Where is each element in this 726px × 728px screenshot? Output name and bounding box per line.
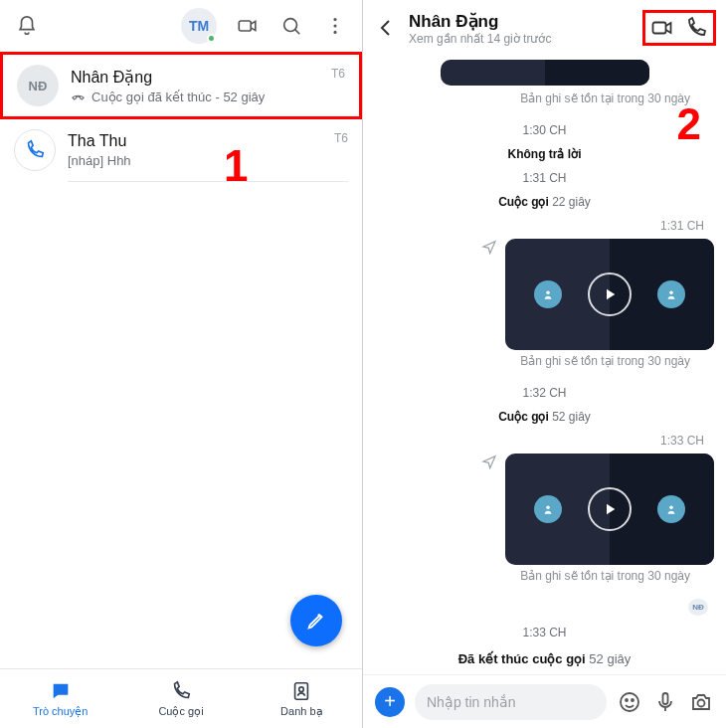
call-ended-label: Đã kết thúc cuộc gọi 52 giây [458,651,632,666]
presence-dot [207,34,216,43]
participant-icon [534,495,562,523]
nav-label: Danh bạ [280,705,322,718]
search-icon[interactable] [278,13,304,39]
svg-point-16 [698,699,705,706]
chat-time: T6 [331,67,345,81]
message-input-bar: + Nhập tin nhắn [363,674,726,728]
seen-avatar: NĐ [688,599,708,616]
svg-rect-0 [239,21,251,31]
compose-fab[interactable] [290,595,342,646]
chat-title: Nhân Đặng [71,68,319,87]
last-seen: Xem gần nhất 14 giờ trước [409,32,633,46]
nav-contacts[interactable]: Danh bạ [242,669,362,728]
sent-icon [481,454,497,472]
back-button[interactable] [373,15,399,41]
chats-panel: TM NĐ Nhân Đặng Cuộc gọi đã kết thúc - 5… [0,0,363,728]
svg-point-11 [669,505,673,509]
header-actions [642,10,716,46]
audio-call-button[interactable] [683,15,709,41]
time-label: 1:32 CH [522,386,566,400]
call-label: Cuộc gọi 22 giây [498,195,591,209]
mic-button[interactable] [652,689,678,715]
chat-icon [50,680,72,702]
video-recording-card[interactable] [505,239,714,350]
chat-subtitle: [nháp] Hhh [68,153,322,168]
chat-title: Tha Thu [68,132,322,150]
meet-now-icon[interactable] [235,13,261,39]
chat-subtitle: Cuộc gọi đã kết thúc - 52 giây [71,90,319,104]
phone-icon [170,680,192,702]
video-call-button[interactable] [649,15,675,41]
contacts-icon [290,680,312,702]
conversation-title: Nhân Đặng [409,11,633,32]
mic-icon [653,690,677,714]
left-topbar: TM [0,0,362,52]
svg-rect-7 [653,23,666,34]
pencil-icon [305,610,327,632]
time-right: 1:33 CH [660,434,714,448]
chat-row-tha-thu[interactable]: Tha Thu [nháp] Hhh T6 [0,119,362,181]
time-label: 1:31 CH [522,171,566,185]
recording-caption: Bản ghi sẽ tồn tại trong 30 ngày [520,354,714,368]
divider [68,181,348,182]
conversation-panel: Nhân Đặng Xem gần nhất 14 giờ trước 2 Bả… [363,0,726,728]
svg-point-4 [333,31,336,34]
bell-icon[interactable] [14,13,40,39]
nav-chat[interactable]: Trò chuyện [0,669,120,728]
play-button[interactable] [588,273,632,316]
conversation-header: Nhân Đặng Xem gần nhất 14 giờ trước [363,0,726,56]
camera-button[interactable] [688,689,714,715]
video-icon [650,16,674,40]
annotation-2: 2 [677,99,701,149]
chat-avatar: NĐ [17,65,59,106]
emoji-icon [618,690,641,714]
participant-icon [534,280,562,308]
chat-avatar [14,129,56,171]
emoji-button[interactable] [617,689,642,715]
svg-point-3 [333,24,336,27]
arrow-left-icon [374,16,398,40]
chat-list: NĐ Nhân Đặng Cuộc gọi đã kết thúc - 52 g… [0,52,362,668]
svg-rect-15 [663,693,668,704]
camera-icon [689,690,713,714]
nav-label: Trò chuyện [33,705,89,718]
profile-avatar[interactable]: TM [181,8,217,44]
add-button[interactable]: + [375,687,405,717]
call-label: Cuộc gọi 52 giây [498,410,591,424]
phone-icon [24,139,46,161]
time-label: 1:33 CH [522,626,566,639]
sent-icon [481,239,497,258]
nav-call[interactable]: Cuộc gọi [120,669,241,728]
svg-point-14 [632,699,634,701]
chat-row-nhan-dang[interactable]: NĐ Nhân Đặng Cuộc gọi đã kết thúc - 52 g… [0,52,362,119]
message-input[interactable]: Nhập tin nhắn [415,684,607,720]
svg-point-2 [333,18,336,21]
svg-point-8 [546,290,550,294]
play-button[interactable] [588,487,632,531]
chat-area[interactable]: Bản ghi sẽ tồn tại trong 30 ngày 1:30 CH… [363,56,726,674]
phone-icon [684,16,708,40]
svg-point-13 [626,699,628,701]
svg-point-9 [669,290,673,294]
annotation-1: 1 [224,141,248,191]
svg-point-12 [621,693,638,711]
avatar-initials: TM [189,18,209,34]
recording-caption: Bản ghi sẽ tồn tại trong 30 ngày [520,569,714,583]
status-label: Không trả lời [508,147,582,161]
nav-label: Cuộc gọi [158,705,203,718]
participant-icon [657,495,685,523]
chat-time: T6 [334,131,348,145]
time-label: 1:30 CH [522,123,566,137]
bottom-nav: Trò chuyện Cuộc gọi Danh bạ [0,668,362,728]
more-icon[interactable] [322,13,348,39]
video-recording-card[interactable] [505,454,714,565]
time-right: 1:31 CH [660,219,714,233]
svg-point-10 [546,505,550,509]
participant-icon [657,280,685,308]
svg-point-1 [284,19,297,32]
call-ended-icon [71,90,86,104]
svg-point-6 [299,686,304,691]
video-recording-card[interactable] [441,60,649,86]
